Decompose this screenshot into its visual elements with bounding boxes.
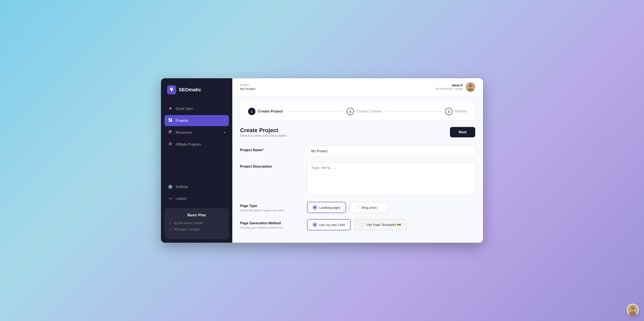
nav-label-affiliate: Affiliate Program xyxy=(176,143,201,146)
check-icon-words: ✓ xyxy=(169,221,172,225)
settings-icon: ⚙️ xyxy=(168,184,173,189)
radio-landing-pages[interactable]: Landing pages xyxy=(307,202,346,213)
sidebar: SEOmatic ⚑ Quick Start Projects xyxy=(161,78,232,243)
sidebar-item-logout[interactable]: ↪ Logout xyxy=(164,193,229,204)
sidebar-item-quick-start[interactable]: ⚑ Quick Start xyxy=(164,103,229,114)
plan-feature-words: ✓ 50,000 words / month xyxy=(169,221,224,225)
user-info: Minh P 50,000 words / month xyxy=(436,84,463,90)
nav-label-logout: Logout xyxy=(176,197,186,200)
header: Project: My Project Minh P 50,000 words … xyxy=(232,78,483,96)
page-generation-label-group: Page Generation Method Choose your prefe… xyxy=(240,219,300,229)
form-subtitle: Give it a name and a description. xyxy=(240,134,288,137)
svg-point-13 xyxy=(631,306,635,310)
project-name-label: Project Name* xyxy=(240,146,300,152)
header-right: Minh P 50,000 words / month xyxy=(436,82,475,92)
sidebar-divider xyxy=(166,179,227,179)
page-generation-options: Use my own CMS Use Page Templates 🚧 xyxy=(307,219,475,230)
radio-dot-landing xyxy=(313,205,317,210)
nav-label-settings: Settings xyxy=(176,185,188,189)
step-2: 2 Create Content xyxy=(347,108,382,115)
step-label-1: Create Project xyxy=(258,109,283,114)
page-generation-label: Page Generation Method xyxy=(240,221,300,225)
affiliate-icon xyxy=(168,142,173,147)
page-type-options: Landing pages Blog posts xyxy=(307,202,475,213)
floating-avatar[interactable] xyxy=(627,304,639,316)
app-container: SEOmatic ⚑ Quick Start Projects xyxy=(161,78,483,243)
stepper: 1 Create Project 2 Create Content 3 P xyxy=(240,102,475,121)
content-area: 1 Create Project 2 Create Content 3 P xyxy=(232,96,483,243)
sidebar-item-settings[interactable]: ⚙️ Settings xyxy=(164,181,229,192)
project-name: My Project xyxy=(240,87,256,91)
app-name: SEOmatic xyxy=(179,87,201,93)
chevron-down-icon: ▾ xyxy=(224,131,226,134)
page-type-desc: Select the types of pages you want. xyxy=(240,209,300,212)
projects-icon xyxy=(168,118,173,123)
svg-rect-6 xyxy=(169,133,171,133)
user-name: Minh P xyxy=(436,84,463,87)
radio-page-templates: Use Page Templates 🚧 xyxy=(354,219,407,230)
project-label: Project: xyxy=(240,83,256,87)
user-plan: 50,000 words / month xyxy=(436,87,463,90)
page-type-control: Landing pages Blog posts xyxy=(307,202,475,213)
page-templates-label: Use Page Templates 🚧 xyxy=(366,223,401,227)
sidebar-nav: ⚑ Quick Start Projects xyxy=(161,101,232,177)
project-description-row: Project Description xyxy=(240,162,475,196)
nav-label-projects: Projects xyxy=(176,119,188,123)
step-3: 3 Publish xyxy=(445,108,467,115)
plan-feature-pages: ✓ 500 pages / project xyxy=(169,227,224,231)
project-name-control xyxy=(307,146,475,156)
main-content: Project: My Project Minh P 50,000 words … xyxy=(232,78,483,243)
svg-rect-2 xyxy=(168,121,170,122)
step-1: 1 Create Project xyxy=(248,108,283,115)
project-name-row: Project Name* xyxy=(240,146,475,156)
project-name-input[interactable] xyxy=(307,146,475,156)
plan-divider xyxy=(169,234,224,234)
logout-icon: ↪ xyxy=(168,196,173,201)
avatar xyxy=(466,82,475,92)
step-label-2: Create Content xyxy=(356,109,382,114)
radio-dot-templates xyxy=(360,223,364,227)
form-header: Create Project Give it a name and a desc… xyxy=(240,127,475,144)
plan-feature-pages-label: 500 pages / project xyxy=(174,228,200,231)
flag-icon: ⚑ xyxy=(168,106,173,111)
svg-rect-5 xyxy=(169,132,172,132)
step-circle-1: 1 xyxy=(248,108,256,115)
page-generation-desc: Choose your preferred method for... xyxy=(240,226,300,229)
radio-dot-cms xyxy=(313,223,317,227)
radio-dot-blog xyxy=(355,205,360,210)
svg-rect-1 xyxy=(170,118,172,119)
svg-point-8 xyxy=(170,143,171,145)
resources-icon xyxy=(168,130,173,135)
form-title: Create Project xyxy=(240,127,288,134)
landing-pages-label: Landing pages xyxy=(319,206,340,209)
sidebar-item-affiliate[interactable]: Affiliate Program xyxy=(164,139,229,150)
svg-point-10 xyxy=(469,84,472,87)
step-circle-3: 3 xyxy=(445,108,452,115)
page-type-label: Page Type xyxy=(240,204,300,208)
project-info: Project: My Project xyxy=(240,83,256,91)
sidebar-item-projects[interactable]: Projects xyxy=(164,115,229,126)
blog-posts-label: Blog posts xyxy=(362,206,377,209)
project-description-input[interactable] xyxy=(307,162,475,195)
plan-feature-words-label: 50,000 words / month xyxy=(174,221,203,225)
logo-area: SEOmatic xyxy=(161,78,232,101)
nav-label-resources: Resources xyxy=(176,131,192,135)
page-type-label-group: Page Type Select the types of pages you … xyxy=(240,202,300,212)
step-label-3: Publish xyxy=(455,109,467,114)
next-button[interactable]: Next xyxy=(450,127,475,137)
svg-rect-4 xyxy=(169,130,172,131)
sidebar-bottom-nav: ⚙️ Settings ↪ Logout xyxy=(161,181,232,205)
project-description-label: Project Description xyxy=(240,162,300,168)
svg-rect-0 xyxy=(168,118,170,120)
plan-card: Basic Plan ✓ 50,000 words / month ✓ 500 … xyxy=(164,208,229,239)
step-divider-2 xyxy=(386,111,441,112)
radio-own-cms[interactable]: Use my own CMS xyxy=(307,219,351,230)
radio-blog-posts[interactable]: Blog posts xyxy=(350,202,388,213)
check-icon-pages: ✓ xyxy=(169,227,172,231)
sidebar-item-resources[interactable]: Resources ▾ xyxy=(164,127,229,138)
page-generation-control: Use my own CMS Use Page Templates 🚧 xyxy=(307,219,475,230)
svg-rect-3 xyxy=(170,120,172,122)
logo-icon xyxy=(167,85,176,94)
page-generation-row: Page Generation Method Choose your prefe… xyxy=(240,219,475,230)
own-cms-label: Use my own CMS xyxy=(319,223,345,227)
